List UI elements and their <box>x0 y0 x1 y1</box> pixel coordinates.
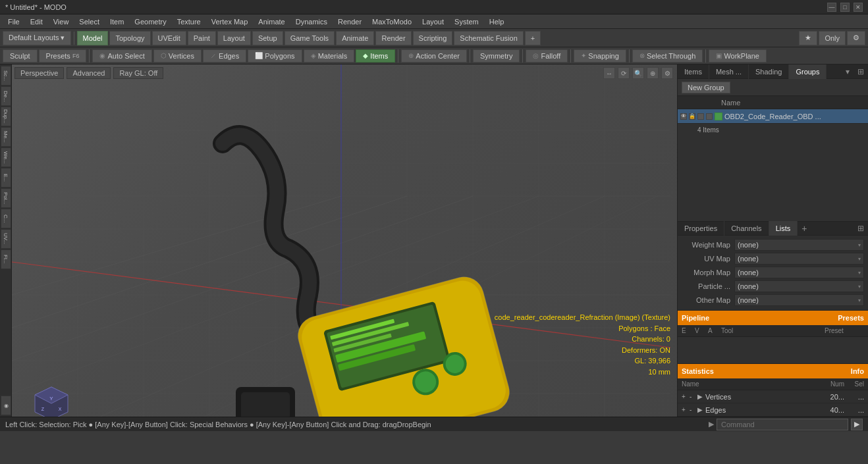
auto-select-tab[interactable]: ◉ Auto Select <box>92 49 151 63</box>
mode-gametools-button[interactable]: Game Tools <box>285 31 335 45</box>
stats-edges-expand[interactable]: ▶ <box>697 406 705 413</box>
nav-icon-zoom[interactable]: 🔍 <box>632 67 644 79</box>
panel-tab-items[interactable]: Items <box>678 64 709 79</box>
ls-de-button[interactable]: De... <box>1 86 11 106</box>
mode-setup-button[interactable]: Setup <box>252 31 283 45</box>
ls-dup-button[interactable]: Dup... <box>1 107 11 126</box>
ls-sculpt-button[interactable]: Sc... <box>1 66 11 86</box>
menu-select[interactable]: Select <box>74 14 105 29</box>
panel-dropdown-icon[interactable]: ▾ <box>842 67 854 76</box>
group-row-vis2[interactable] <box>706 113 713 120</box>
stats-row-dash[interactable]: - <box>690 393 697 400</box>
command-input[interactable] <box>717 419 848 430</box>
settings-button[interactable]: ⚙ <box>847 31 865 45</box>
ls-e-button[interactable]: E... <box>1 168 11 188</box>
edges-icon: ⟋ <box>210 52 217 59</box>
mode-paint-button[interactable]: Paint <box>188 31 216 45</box>
work-plane-tab[interactable]: ▣ WorkPlane <box>709 49 767 63</box>
menu-vertex-map[interactable]: Vertex Map <box>206 14 254 29</box>
menu-edit[interactable]: Edit <box>25 14 48 29</box>
weight-map-value[interactable]: (none) ▾ <box>734 239 864 251</box>
minimize-button[interactable]: — <box>827 3 836 12</box>
particle-value[interactable]: (none) ▾ <box>734 280 864 292</box>
maximize-button[interactable]: □ <box>840 3 850 12</box>
pb-tab-add[interactable]: + <box>798 223 811 234</box>
vertices-tab[interactable]: ⬡ Vertices <box>153 49 202 63</box>
close-button[interactable]: ✕ <box>854 3 863 12</box>
mode-model-button[interactable]: Model <box>77 31 109 45</box>
mode-topology-button[interactable]: Topology <box>109 31 150 45</box>
menu-view[interactable]: View <box>48 14 74 29</box>
add-mode-button[interactable]: + <box>525 31 541 45</box>
menu-item[interactable]: Item <box>105 14 129 29</box>
materials-tab[interactable]: ◈ Materials <box>304 49 355 63</box>
items-tab[interactable]: ◆ Items <box>356 49 395 63</box>
group-row-vis1[interactable] <box>697 113 704 120</box>
default-layouts-button[interactable]: Default Layouts ▾ <box>3 31 71 45</box>
star-icon-button[interactable]: ★ <box>799 31 817 45</box>
action-center-tab[interactable]: ⊕ Action Center <box>401 49 467 63</box>
presets-tab[interactable]: Presets F6 <box>39 49 87 63</box>
ls-bottom-button[interactable]: ◉ <box>1 396 11 415</box>
group-row-eye[interactable]: 👁 <box>680 113 687 120</box>
mode-layout-button[interactable]: Layout <box>217 31 251 45</box>
ls-fl-button[interactable]: Fl... <box>1 249 11 269</box>
viewport-advanced-button[interactable]: Advanced <box>67 67 111 79</box>
menu-geometry[interactable]: Geometry <box>129 14 171 29</box>
menu-help[interactable]: Help <box>484 14 510 29</box>
pb-tab-lists[interactable]: Lists <box>769 221 798 236</box>
pb-expand-icon[interactable]: ⊞ <box>854 224 868 233</box>
group-list-row[interactable]: 👁 🔒 OBD2_Code_Reader_OBD ... <box>678 109 868 124</box>
stats-edges-dash[interactable]: - <box>690 406 697 413</box>
mode-render-button[interactable]: Render <box>375 31 411 45</box>
new-group-button[interactable]: New Group <box>682 82 730 93</box>
mode-uvedit-button[interactable]: UVEdit <box>152 31 186 45</box>
panel-tab-groups[interactable]: Groups <box>789 64 827 79</box>
stats-row-plus[interactable]: + <box>682 393 690 400</box>
other-map-value[interactable]: (none) ▾ <box>734 294 864 306</box>
menu-dynamics[interactable]: Dynamics <box>290 14 333 29</box>
menu-file[interactable]: File <box>3 14 25 29</box>
ls-c-button[interactable]: C... <box>1 209 11 228</box>
panel-tab-shading[interactable]: Shading <box>749 64 789 79</box>
stats-row-expand[interactable]: ▶ <box>697 393 705 400</box>
sculpt-tab[interactable]: Sculpt <box>3 49 38 63</box>
viewport[interactable]: Y X Z Perspective Advanced Ray GL: Off ↔… <box>12 64 677 417</box>
menu-animate[interactable]: Animate <box>253 14 290 29</box>
menu-texture[interactable]: Texture <box>172 14 206 29</box>
falloff-icon: ◎ <box>533 52 539 59</box>
command-submit-button[interactable]: ▶ <box>851 419 863 430</box>
menu-maxtomodo[interactable]: MaxToModo <box>367 14 417 29</box>
select-through-tab[interactable]: ⊗ Select Through <box>632 49 703 63</box>
group-row-lock[interactable]: 🔒 <box>689 113 695 120</box>
viewport-perspective-button[interactable]: Perspective <box>14 67 64 79</box>
polygons-tab[interactable]: ⬜ Polygons <box>248 49 302 63</box>
mode-scripting-button[interactable]: Scripting <box>413 31 453 45</box>
morph-map-value[interactable]: (none) ▾ <box>734 267 864 278</box>
nav-icon-pan[interactable]: ↔ <box>603 67 615 79</box>
viewport-raygl-button[interactable]: Ray GL: Off <box>113 67 163 79</box>
panel-tab-mesh[interactable]: Mesh ... <box>709 64 749 79</box>
only-button[interactable]: Only <box>819 31 846 45</box>
nav-icon-fit[interactable]: ⊕ <box>647 67 659 79</box>
menu-render[interactable]: Render <box>333 14 367 29</box>
pb-tab-properties[interactable]: Properties <box>678 221 724 236</box>
symmetry-tab[interactable]: Symmetry <box>473 49 520 63</box>
nav-icon-rotate[interactable]: ⟳ <box>618 67 630 79</box>
panel-expand-icon[interactable]: ⊞ <box>854 67 868 76</box>
menu-system[interactable]: System <box>449 14 484 29</box>
mode-schematic-button[interactable]: Schematic Fusion <box>454 31 523 45</box>
stats-edges-plus[interactable]: + <box>682 406 690 413</box>
ls-uv-button[interactable]: UV... <box>1 229 11 249</box>
pb-tab-channels[interactable]: Channels <box>724 221 769 236</box>
snapping-tab[interactable]: ✦ Snapping <box>574 49 626 63</box>
ls-pol-button[interactable]: Pol... <box>1 188 11 208</box>
ls-me-button[interactable]: Me... <box>1 127 11 147</box>
menu-layout[interactable]: Layout <box>417 14 449 29</box>
ls-we-button[interactable]: We... <box>1 147 11 167</box>
nav-icon-settings[interactable]: ⚙ <box>661 67 673 79</box>
mode-animate-button[interactable]: Animate <box>336 31 374 45</box>
edges-tab[interactable]: ⟋ Edges <box>203 49 246 63</box>
falloff-tab[interactable]: ◎ Falloff <box>526 49 568 63</box>
uv-map-value[interactable]: (none) ▾ <box>734 253 864 265</box>
